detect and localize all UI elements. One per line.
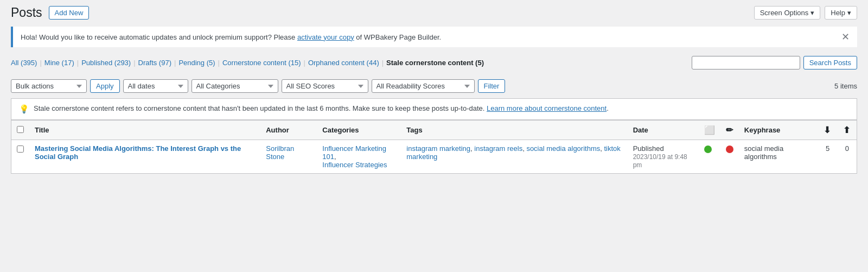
nav-drafts[interactable]: Drafts (97) [138,59,171,67]
notice-text: Hola! Would you like to receive automati… [21,33,441,41]
table-row: Mastering Social Media Algorithms: The I… [11,140,857,174]
links-in-icon: ⬇ [824,125,831,135]
notice-banner: Hola! Would you like to receive automati… [11,27,857,47]
nav-published[interactable]: Published (293) [81,59,131,67]
tag-link[interactable]: instagram marketing [406,144,470,153]
nav-mine[interactable]: Mine (17) [44,59,74,67]
items-count: 5 items [834,82,857,90]
posts-table: Title Author Categories Tags Date ⬜ ✏ Ke… [11,120,857,174]
readability-select[interactable]: All Readability Scores [372,79,475,93]
post-tags-cell: instagram marketing, instagram reels, so… [401,140,627,174]
th-tags: Tags [401,121,627,140]
links-out-icon: ⬆ [843,125,850,135]
th-seo-score: ⬜ [699,121,720,140]
th-links-out: ⬆ [838,121,857,140]
info-notice-text: Stale cornerstone content refers to corn… [34,104,609,112]
pen-icon: ✏ [726,125,733,135]
post-categories-cell: Influencer Marketing 101,Influencer Stra… [317,140,401,174]
dates-select[interactable]: All dates [123,79,188,93]
post-author-cell: Sorilbran Stone [260,140,317,174]
search-input[interactable] [692,56,800,69]
keyphrase-cell: social media algorithms [739,140,818,174]
search-posts-button[interactable]: Search Posts [803,56,857,69]
select-all-checkbox[interactable] [17,126,24,133]
category-link[interactable]: Influencer Strategies [322,161,387,169]
notice-link[interactable]: activate your copy [297,33,354,41]
chevron-down-icon: ▾ [810,9,814,17]
row-checkbox[interactable] [17,146,24,153]
nav-orphaned[interactable]: Orphaned content (44) [308,59,379,67]
th-title: Title [29,121,260,140]
chevron-down-icon: ▾ [847,9,851,17]
add-new-button[interactable]: Add New [49,6,90,20]
seo-icon: ⬜ [704,125,715,135]
th-readability: ✏ [720,121,739,140]
author-link[interactable]: Sorilbran Stone [266,144,294,161]
filter-button[interactable]: Filter [478,79,506,93]
th-checkbox [11,121,30,140]
search-area: Search Posts [692,56,857,69]
th-categories: Categories [317,121,401,140]
bulb-icon: 💡 [19,104,29,114]
screen-options-button[interactable]: Screen Options ▾ [754,6,821,20]
date-status: Published [633,144,664,153]
post-title-link[interactable]: Mastering Social Media Algorithms: The I… [35,144,241,161]
post-title-cell: Mastering Social Media Algorithms: The I… [29,140,260,174]
help-button[interactable]: Help ▾ [825,6,857,20]
seo-dot-cell [699,140,720,174]
readability-dot [726,146,733,153]
links-in-cell: 5 [818,140,838,174]
post-status-nav: All (395)| Mine (17)| Published (293)| D… [11,59,484,67]
tag-link[interactable]: social media algorithms [526,144,600,153]
row-checkbox-cell [11,140,30,174]
nav-cornerstone[interactable]: Cornerstone content (15) [222,59,301,67]
links-out-cell: 0 [838,140,857,174]
filters-bar: Bulk actions Apply All dates All Categor… [11,79,857,93]
seo-scores-select[interactable]: All SEO Scores [282,79,368,93]
bulk-actions-select[interactable]: Bulk actions [11,79,87,93]
tag-link[interactable]: instagram reels [474,144,522,153]
date-value: 2023/10/19 at 9:48 pm [633,153,687,169]
learn-more-link[interactable]: Learn more about cornerstone content [487,104,607,112]
apply-button[interactable]: Apply [90,79,120,93]
info-notice: 💡 Stale cornerstone content refers to co… [11,98,857,120]
readability-dot-cell [720,140,739,174]
nav-pending[interactable]: Pending (5) [178,59,215,67]
page-title: Posts [11,5,42,20]
nav-stale-current: Stale cornerstone content (5) [386,59,484,67]
nav-all[interactable]: All (395) [11,59,37,67]
keyphrase-value: social media algorithms [744,144,783,161]
category-link[interactable]: Influencer Marketing 101 [322,144,386,161]
notice-close-button[interactable]: ✕ [841,32,850,42]
categories-select[interactable]: All Categories [192,79,278,93]
post-date-cell: Published 2023/10/19 at 9:48 pm [628,140,699,174]
th-keyphrase: Keyphrase [739,121,818,140]
th-author: Author [260,121,317,140]
th-links-in: ⬇ [818,121,838,140]
seo-dot [704,146,712,153]
th-date: Date [628,121,699,140]
